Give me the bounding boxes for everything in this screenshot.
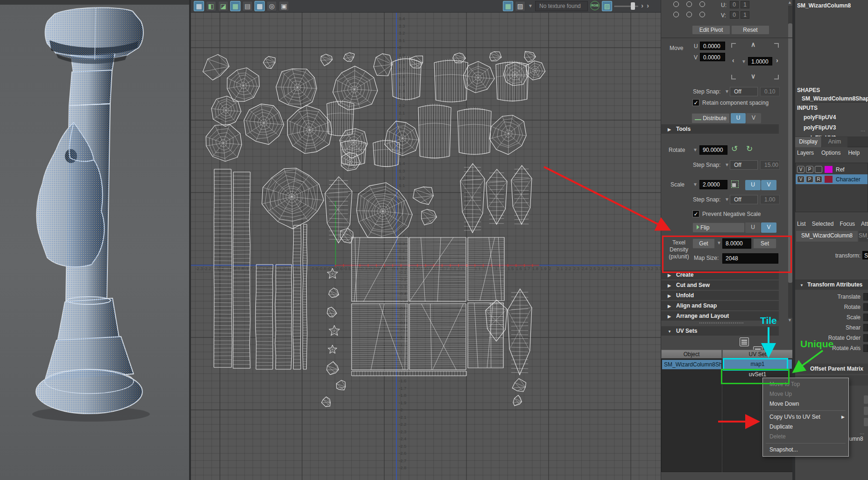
attr-field-clipped[interactable]: [863, 303, 868, 311]
layer-toggle[interactable]: R: [815, 176, 822, 183]
3d-viewport[interactable]: [0, 0, 189, 480]
move-step-snap-increment[interactable]: 0.10: [760, 87, 780, 96]
tab-object[interactable]: SM_WizardColumn8: [796, 231, 858, 242]
uvset-column-header[interactable]: UV Set: [722, 350, 793, 358]
section-offset-parent-matrix[interactable]: ▶Offset Parent Matrix: [795, 364, 868, 374]
menu-focus[interactable]: Focus: [840, 221, 855, 227]
uv-distortion-display-icon[interactable]: ◪: [218, 1, 228, 11]
layer-toggle[interactable]: P: [806, 166, 813, 173]
prevent-negative-scale-checkbox[interactable]: ✓: [692, 210, 699, 217]
dim-image-icon[interactable]: ◎: [267, 1, 277, 11]
panel-resize-handle[interactable]: [699, 322, 743, 323]
section-unfold[interactable]: ▶Unfold: [661, 291, 779, 300]
create-uv-set-icon[interactable]: [740, 337, 749, 346]
scale-dropdown-icon[interactable]: ▼: [693, 182, 698, 187]
exposure-slider-handle[interactable]: [631, 2, 635, 10]
layer-toggle[interactable]: [815, 166, 822, 173]
menu-item-move-down[interactable]: Move Down: [763, 399, 848, 409]
move-corner-icon[interactable]: [731, 43, 736, 48]
attr-field-clipped[interactable]: [863, 344, 868, 352]
texture-dropdown-arrow-icon[interactable]: ▼: [528, 3, 533, 14]
tab-display[interactable]: Display: [795, 137, 821, 147]
scale-v-button[interactable]: V: [761, 180, 776, 190]
tab-anim[interactable]: Anim: [822, 137, 847, 147]
section-cut-and-sew[interactable]: ▶Cut and Sew: [661, 280, 779, 290]
texture-status-field[interactable]: No texture found: [535, 1, 588, 11]
layer-color-swatch[interactable]: [825, 176, 833, 183]
flip-v-button[interactable]: V: [761, 222, 776, 233]
rotate-step-snap-field[interactable]: Off: [730, 160, 758, 170]
pivot-radio[interactable]: [699, 1, 705, 7]
object-column-header[interactable]: Object: [661, 350, 722, 358]
tab-shape-clipped[interactable]: SM_: [859, 231, 868, 242]
attr-field-clipped[interactable]: [863, 324, 868, 331]
attr-field-clipped[interactable]: [863, 314, 868, 321]
move-down-arrow-icon[interactable]: ∨: [751, 73, 755, 79]
display-image-icon[interactable]: ▦: [503, 1, 513, 11]
flip-u-button[interactable]: U: [745, 222, 761, 233]
input-node-polyflipuv4[interactable]: polyFlipUV4: [804, 114, 836, 124]
clipped-button[interactable]: [864, 418, 868, 426]
section-uv-sets[interactable]: ▼UV Sets: [661, 326, 779, 336]
move-step-dropdown-icon[interactable]: ▼: [741, 59, 746, 64]
uv-overlap-display-icon[interactable]: ◧: [206, 1, 216, 11]
transform-name-field[interactable]: S: [862, 251, 868, 259]
step-snap-dropdown-icon[interactable]: ▼: [725, 89, 729, 94]
pivot-u-min-field[interactable]: 0: [730, 1, 739, 8]
menu-item-snapshot[interactable]: Snapshot...: [763, 445, 848, 455]
input-node-polyflipuv3[interactable]: polyFlipUV3: [804, 124, 836, 135]
clipped-button[interactable]: [864, 407, 868, 415]
rotate-dropdown-icon[interactable]: ▼: [693, 147, 698, 152]
menu-help[interactable]: Help: [848, 150, 860, 156]
pixel-grid-icon[interactable]: ▩: [254, 1, 265, 11]
distribute-v-button[interactable]: V: [746, 113, 761, 123]
menu-attri[interactable]: Attri: [861, 221, 868, 227]
distribute-u-button[interactable]: U: [731, 113, 746, 123]
layer-row-ref[interactable]: VPRef: [796, 165, 868, 174]
scroll-down-icon[interactable]: ▼: [788, 318, 792, 322]
step-snap-dropdown-icon[interactable]: ▼: [725, 162, 729, 167]
uv-editor[interactable]: -2.3-2.2-2.1-2-1.9-1.8-1.7-1.6-1.5-1.4-1…: [191, 0, 661, 480]
texture-ratio-icon[interactable]: ▨: [602, 1, 612, 11]
move-corner-icon[interactable]: [774, 75, 779, 79]
flip-button[interactable]: Flip: [692, 222, 745, 233]
texture-borders-icon[interactable]: ▤: [242, 1, 253, 11]
step-snap-dropdown-icon[interactable]: ▼: [725, 197, 729, 202]
move-step-field[interactable]: 1.0000: [748, 57, 772, 65]
move-step-snap-field[interactable]: Off: [730, 87, 758, 96]
pivot-radio[interactable]: [673, 1, 679, 7]
section-align-and-snap[interactable]: ▶Align and Snap: [661, 301, 779, 310]
menu-item-duplicate[interactable]: Duplicate: [763, 422, 848, 432]
scale-u-button[interactable]: U: [745, 180, 761, 190]
attr-field-clipped[interactable]: [863, 334, 868, 342]
layer-toggle[interactable]: V: [797, 166, 804, 173]
menu-layers[interactable]: Layers: [797, 150, 814, 156]
menu-selected[interactable]: Selected: [812, 221, 834, 227]
rgb-channels-icon[interactable]: RGB: [590, 1, 600, 10]
section-transform-attributes[interactable]: ▼Transform Attributes: [795, 279, 868, 290]
checker-map-icon[interactable]: ▦: [230, 1, 240, 11]
scale-step-snap-increment[interactable]: 1.00: [760, 195, 780, 204]
move-corner-icon[interactable]: [731, 75, 736, 79]
pivot-radio[interactable]: [699, 12, 705, 17]
move-up-arrow-icon[interactable]: ∧: [751, 41, 755, 48]
shape-node-name[interactable]: SM_WizardColumn8Shape: [802, 95, 868, 102]
scale-value-field[interactable]: 2.0000: [699, 180, 727, 189]
uv-shaded-display-icon[interactable]: ▦: [194, 1, 204, 11]
retain-spacing-checkbox[interactable]: ✓: [692, 99, 699, 106]
view-image-icon[interactable]: ▣: [279, 1, 289, 11]
reset-pivot-button[interactable]: Reset: [731, 25, 769, 35]
expand-toolbar-icon[interactable]: ›: [647, 1, 649, 12]
rotate-step-snap-increment[interactable]: 15.00: [760, 160, 780, 170]
section-tools[interactable]: ▶Tools: [661, 124, 779, 134]
move-right-arrow-icon[interactable]: ›: [776, 57, 778, 64]
object-list-item[interactable]: SM_WizardColumn8Sh: [662, 360, 721, 369]
pivot-radio[interactable]: [686, 12, 692, 17]
expand-toolbar-icon[interactable]: ›: [641, 1, 643, 12]
checker-tile-icon[interactable]: ▨: [515, 1, 525, 11]
move-left-arrow-icon[interactable]: ‹: [732, 57, 734, 64]
rotate-cw-icon[interactable]: ↻: [746, 144, 753, 154]
pivot-radio[interactable]: [673, 12, 679, 17]
clipped-button[interactable]: [864, 395, 868, 404]
attr-field-clipped[interactable]: [863, 293, 868, 301]
